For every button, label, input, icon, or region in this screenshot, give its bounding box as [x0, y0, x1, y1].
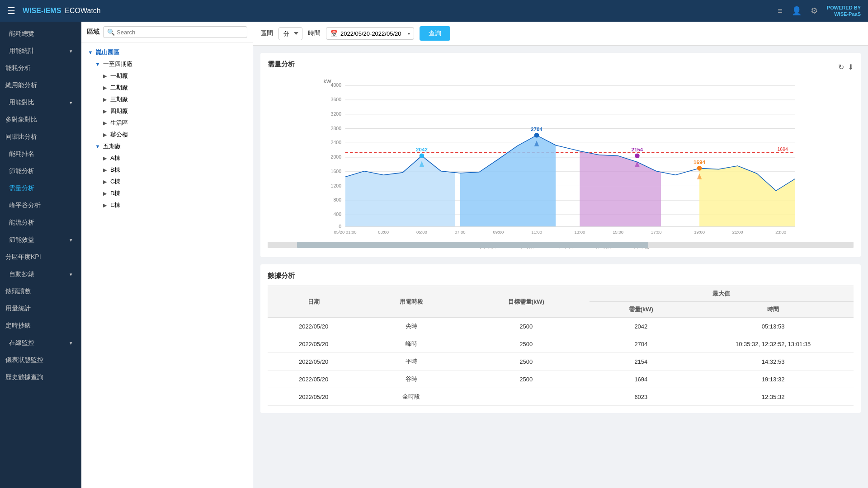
expand-icon: ▶ — [101, 167, 108, 173]
search-input[interactable] — [117, 29, 243, 36]
sidebar-item-scheduled-read[interactable]: 定時抄錶 — [0, 317, 81, 334]
cell-time: 10:35:32, 12:32:52, 13:01:35 — [693, 335, 854, 353]
query-button[interactable]: 查詢 — [420, 26, 450, 41]
user-icon[interactable]: 👤 — [792, 6, 802, 16]
tree-node-phase5[interactable]: ▼ 五期廠 — [81, 141, 253, 152]
chart-svg: kW 4000 — [268, 76, 854, 239]
tree-node-phase2[interactable]: ▶ 二期廠 — [81, 82, 253, 94]
scrollbar-thumb[interactable] — [297, 242, 649, 248]
time-label: 時間 — [308, 29, 321, 38]
svg-text:05:00: 05:00 — [416, 230, 427, 235]
tree-node-bldgD[interactable]: ▶ D棟 — [81, 188, 253, 199]
expand-icon: ▶ — [101, 191, 108, 197]
menu-icon[interactable]: ☰ — [7, 5, 15, 16]
date-value: 2022/05/20-2022/05/20 — [340, 30, 401, 37]
main-content: 區間 分 時 日 月 時間 📅 2022/05/20-2022/05/20 ▾ … — [253, 22, 868, 488]
sidebar-item-energy-stats[interactable]: 用能統計 ▾ — [0, 42, 81, 60]
table-header-row: 日期 用電時段 目標需量(kW) 最大值 — [268, 286, 854, 302]
tree-node-bldgC[interactable]: ▶ C棟 — [81, 176, 253, 188]
tree-search-box[interactable]: 🔍 — [103, 26, 247, 38]
topbar: ☰ WISE-iEMS ECOWatch ≡ 👤 ⚙ POWERED BY WI… — [0, 0, 868, 22]
annotation-peak — [534, 133, 539, 138]
cell-demand: 2042 — [590, 318, 693, 335]
sidebar-item-energy-overview[interactable]: 能耗總覽 — [0, 25, 81, 42]
sidebar-item-history-query[interactable]: 歷史數據查詢 — [0, 369, 81, 386]
table-row: 2022/05/20 尖時 2500 2042 05:13:53 — [268, 318, 854, 335]
tree-node-bldgE[interactable]: ▶ E棟 — [81, 199, 253, 211]
chart-title: 需量分析 — [268, 60, 295, 69]
cell-target: 2500 — [463, 353, 590, 371]
download-button[interactable]: ⬇ — [848, 63, 854, 71]
sidebar-item-total-energy[interactable]: 總用能分析 — [0, 77, 81, 94]
svg-text:15:00: 15:00 — [613, 230, 623, 235]
cell-time: 05:13:53 — [693, 318, 854, 335]
date-picker[interactable]: 📅 2022/05/20-2022/05/20 ▾ — [326, 27, 414, 40]
sidebar-item-energy-rank[interactable]: 能耗排名 — [0, 145, 81, 163]
svg-text:2400: 2400 — [331, 140, 342, 145]
sidebar-item-energy-analysis[interactable]: 能耗分析 — [0, 60, 81, 77]
tree-region-label: 區域 — [87, 28, 99, 36]
sidebar-item-period-compare[interactable]: 同環比分析 — [0, 128, 81, 145]
sidebar-item-meter-status[interactable]: 儀表狀態監控 — [0, 352, 81, 369]
tree-node-bldgB[interactable]: ▶ B棟 — [81, 164, 253, 176]
settings-icon[interactable]: ⚙ — [811, 6, 818, 16]
refresh-button[interactable]: ↻ — [838, 63, 844, 71]
brand-label: POWERED BY WISE-PaaS — [827, 5, 861, 18]
svg-text:07:00: 07:00 — [455, 230, 466, 235]
table-title: 數據分析 — [268, 272, 854, 280]
table-section: 數據分析 日期 用電時段 目標需量(kW) 最大值 需量(kW) 時間 — [260, 264, 861, 413]
region-label: 區間 — [260, 29, 273, 38]
th-target: 目標需量(kW) — [463, 286, 590, 318]
cell-time: 12:35:32 — [693, 388, 854, 406]
cell-demand: 6023 — [590, 388, 693, 406]
svg-text:3200: 3200 — [331, 111, 342, 117]
sidebar-item-usage-stats[interactable]: 用量統計 — [0, 300, 81, 317]
list-icon[interactable]: ≡ — [778, 6, 783, 16]
sidebar-item-meter-readings[interactable]: 錶頭讀數 — [0, 283, 81, 300]
expand-icon: ▼ — [87, 50, 94, 55]
calendar-icon: 📅 — [330, 30, 338, 37]
sidebar-item-demand-analysis[interactable]: 需量分析 — [0, 180, 81, 197]
region-select[interactable]: 分 時 日 月 — [278, 27, 302, 40]
chart-scrollbar[interactable] — [268, 242, 854, 248]
sidebar-item-peak-analysis[interactable]: 峰平谷分析 — [0, 197, 81, 214]
svg-text:09:00: 09:00 — [493, 230, 504, 235]
svg-text:1694: 1694 — [693, 159, 705, 165]
sidebar-item-multi-compare[interactable]: 多對象對比 — [0, 111, 81, 128]
sidebar-item-save-benefit[interactable]: 節能效益 ▾ — [0, 231, 81, 249]
cell-time: 19:13:32 — [693, 371, 854, 388]
tree-node-phase3[interactable]: ▶ 三期廠 — [81, 94, 253, 105]
svg-text:2154: 2154 — [631, 146, 643, 152]
chart-container: kW 4000 — [268, 76, 854, 239]
annotation-flat — [635, 154, 640, 159]
cell-demand: 1694 — [590, 371, 693, 388]
svg-text:05/20 01:00: 05/20 01:00 — [334, 230, 356, 235]
svg-text:400: 400 — [333, 211, 341, 217]
tree-node-phase4[interactable]: ▶ 四期廠 — [81, 105, 253, 117]
cell-target — [463, 388, 590, 406]
tree-node-phase1[interactable]: ▶ 一期廠 — [81, 70, 253, 82]
tree-node-bldgA[interactable]: ▶ A棟 — [81, 152, 253, 164]
expand-icon: ▶ — [101, 132, 108, 138]
sidebar-item-auto-meter[interactable]: 自動抄錶 ▾ — [0, 266, 81, 283]
expand-icon: ▶ — [101, 85, 108, 91]
expand-icon: ▶ — [101, 179, 108, 185]
svg-text:2042: 2042 — [416, 146, 428, 152]
expand-icon: ▶ — [101, 73, 108, 79]
sidebar-item-annual-kpi[interactable]: 分區年度KPI — [0, 249, 81, 266]
chevron-down-icon: ▾ — [70, 272, 72, 277]
sidebar-item-online-monitor[interactable]: 在線監控 ▾ — [0, 334, 81, 352]
tree-node-phase1-4[interactable]: ▼ 一至四期廠 — [81, 58, 253, 70]
svg-text:3600: 3600 — [331, 97, 342, 102]
sidebar-item-save-analysis[interactable]: 節能分析 — [0, 163, 81, 180]
cell-target: 2500 — [463, 335, 590, 353]
tree-node-kunshan[interactable]: ▼ 崑山園區 — [81, 47, 253, 58]
cell-date: 2022/05/20 — [268, 335, 359, 353]
tree-node-living[interactable]: ▶ 生活區 — [81, 117, 253, 129]
tree-node-office[interactable]: ▶ 辦公樓 — [81, 129, 253, 141]
sidebar-item-energy-compare[interactable]: 用能對比 ▾ — [0, 94, 81, 111]
topbar-right: ≡ 👤 ⚙ POWERED BY WISE-PaaS — [778, 5, 861, 18]
expand-icon: ▼ — [94, 144, 101, 149]
sidebar-item-flow-analysis[interactable]: 能流分析 — [0, 214, 81, 231]
expand-icon: ▼ — [94, 61, 101, 67]
